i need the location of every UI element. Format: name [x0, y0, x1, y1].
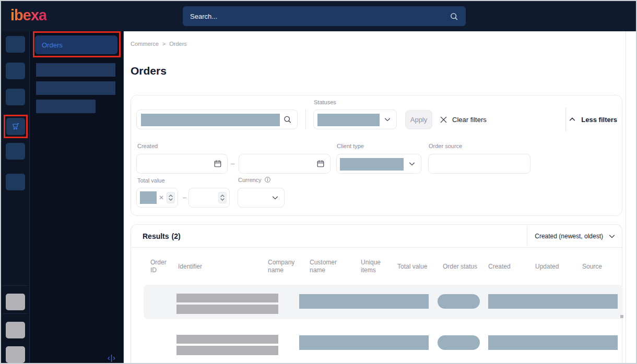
- redacted-dates-cell: [488, 335, 618, 350]
- redacted-identifier-line: [176, 335, 278, 344]
- panel-collapse-icon[interactable]: ‹|›: [108, 354, 116, 362]
- redacted-client-type-value: [340, 158, 404, 171]
- nav-item-6[interactable]: [6, 174, 25, 190]
- nav-item-commerce[interactable]: [6, 118, 25, 135]
- order-source-input[interactable]: [428, 154, 530, 174]
- search-icon[interactable]: [283, 115, 292, 124]
- date-range-dash: –: [231, 160, 234, 167]
- currency-select[interactable]: [238, 188, 285, 208]
- created-to-input[interactable]: [239, 154, 331, 174]
- breadcrumb-separator: >: [162, 41, 166, 47]
- main-content: Commerce > Orders Orders Statuses: [124, 31, 626, 364]
- results-title: Results (2): [143, 225, 181, 248]
- column-header-customer-name: Customer name: [310, 257, 345, 276]
- less-filters-button[interactable]: Less filters: [569, 110, 617, 129]
- value-range-dash: –: [183, 193, 186, 201]
- clear-filters-button[interactable]: Clear filters: [440, 110, 487, 129]
- total-value-min-input[interactable]: ✕: [136, 188, 178, 208]
- column-header-created: Created: [488, 257, 525, 276]
- rail-divider: [3, 285, 28, 286]
- scrollbar-track[interactable]: [626, 31, 637, 364]
- cart-icon: [10, 122, 21, 132]
- redacted-dates-cell: [488, 294, 618, 309]
- chevron-down-icon: [384, 116, 391, 123]
- chevron-down-icon: [272, 194, 279, 201]
- ibexa-logo: ibexa: [10, 7, 46, 24]
- redacted-identifier-line: [176, 346, 278, 355]
- table-row[interactable]: [144, 326, 623, 364]
- redacted-identifier-line: [176, 294, 278, 302]
- total-value-label: Total value: [137, 177, 165, 184]
- calendar-icon[interactable]: [316, 160, 325, 168]
- filter-search-input[interactable]: [136, 110, 298, 129]
- currency-label-group: Currency: [238, 176, 271, 183]
- column-header-total-value: Total value: [397, 257, 439, 276]
- column-header-identifier: Identifier: [178, 257, 241, 276]
- menu-item-redacted-2[interactable]: [36, 81, 115, 95]
- number-stepper[interactable]: [218, 192, 227, 203]
- filter-divider: [305, 110, 306, 129]
- results-header: Results (2) Created (newest, oldest): [131, 225, 622, 248]
- created-label: Created: [137, 143, 158, 149]
- number-stepper[interactable]: [167, 192, 175, 203]
- column-header-order-id: Order ID: [150, 257, 171, 276]
- column-header-source: Source: [582, 257, 614, 276]
- clear-value-icon[interactable]: ✕: [159, 194, 164, 201]
- nav-item-5[interactable]: [6, 143, 25, 160]
- info-icon[interactable]: [264, 176, 271, 183]
- global-search[interactable]: [183, 6, 466, 26]
- calendar-icon[interactable]: [214, 160, 222, 168]
- header-divider: [527, 227, 527, 246]
- total-value-max-input[interactable]: [188, 188, 230, 208]
- nav-item-2[interactable]: [6, 63, 25, 79]
- breadcrumb: Commerce > Orders: [131, 41, 187, 47]
- commerce-menu-panel: Orders ‹|›: [30, 31, 124, 364]
- statuses-select[interactable]: [313, 110, 397, 129]
- menu-item-redacted-1[interactable]: [36, 63, 115, 77]
- currency-label: Currency: [238, 177, 262, 183]
- menu-item-orders[interactable]: Orders: [35, 35, 117, 54]
- filter-divider: [565, 107, 566, 131]
- commerce-highlight-annotation: [4, 115, 28, 138]
- nav-item-bottom-1[interactable]: [6, 294, 25, 310]
- sort-label: Created (newest, oldest): [535, 233, 603, 240]
- created-from-input[interactable]: [136, 154, 228, 174]
- sort-dropdown[interactable]: Created (newest, oldest): [535, 225, 616, 248]
- redacted-customer-cell: [299, 335, 429, 350]
- column-header-company-name: Company name: [268, 257, 301, 276]
- order-source-label: Order source: [429, 143, 462, 149]
- app-window: ibexa: [0, 0, 637, 364]
- apply-button[interactable]: Apply: [405, 110, 432, 129]
- redacted-status-badge: [438, 294, 480, 309]
- page-title: Orders: [131, 65, 167, 77]
- filters-panel: Statuses Apply Clear filters Less fi: [131, 95, 622, 216]
- results-title-text: Results: [143, 232, 169, 240]
- breadcrumb-commerce[interactable]: Commerce: [131, 41, 159, 47]
- breadcrumb-orders: Orders: [169, 41, 187, 47]
- client-type-select[interactable]: [336, 154, 421, 174]
- results-count: (2): [172, 232, 181, 240]
- redacted-status-badge: [438, 335, 480, 350]
- column-header-updated: Updated: [535, 257, 572, 276]
- rail-divider: [3, 313, 28, 314]
- nav-item-1[interactable]: [6, 36, 25, 53]
- column-header-order-status: Order status: [443, 257, 490, 276]
- redacted-customer-cell: [299, 294, 429, 309]
- nav-item-3[interactable]: [6, 89, 25, 105]
- nav-item-bottom-3[interactable]: [6, 346, 25, 363]
- redacted-identifier-line: [176, 305, 278, 314]
- client-type-label: Client type: [337, 143, 364, 149]
- scroll-handle-dot: [620, 315, 623, 318]
- nav-item-bottom-2[interactable]: [6, 322, 25, 338]
- redacted-total-value: [140, 191, 157, 204]
- search-icon[interactable]: [450, 12, 458, 21]
- menu-item-orders-label: Orders: [42, 41, 63, 49]
- less-filters-label: Less filters: [581, 116, 617, 124]
- menu-item-redacted-3[interactable]: [36, 100, 96, 113]
- chevron-down-icon: [608, 233, 616, 240]
- global-search-input[interactable]: [190, 13, 450, 20]
- table-row[interactable]: [144, 285, 623, 319]
- main-nav-rail: [1, 31, 30, 364]
- close-icon: [440, 116, 447, 124]
- chevron-up-icon: [569, 116, 576, 123]
